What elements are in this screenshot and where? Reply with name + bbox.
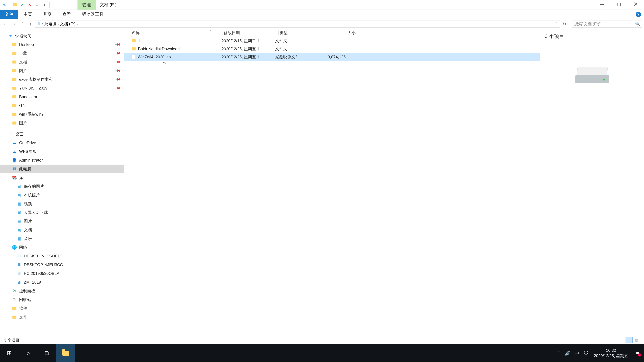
qat-folder-icon[interactable] (12, 1, 18, 8)
address-dropdown-icon[interactable]: ˅ (555, 22, 558, 26)
nav-library-item[interactable]: ▣ 文档 (0, 226, 124, 234)
folder-icon (12, 315, 17, 320)
taskbar-explorer-button[interactable] (56, 344, 75, 362)
column-type[interactable]: 类型 (280, 30, 323, 35)
nav-libraries[interactable]: 📚 库 (0, 173, 124, 182)
nav-library-item[interactable]: ▣ 本机照片 (0, 191, 124, 199)
nav-library-item[interactable]: ▣ 保存的图片 (0, 182, 124, 191)
nav-quick-item[interactable]: 文档 📌 (0, 58, 124, 66)
nav-quick-item[interactable]: Desktop 📌 (0, 40, 124, 49)
library-item-icon: ▣ (17, 193, 22, 197)
taskbar-search-button[interactable]: ⌕ (19, 344, 38, 362)
search-icon[interactable]: 🔍 (635, 22, 640, 26)
folder-icon (12, 306, 17, 311)
folder-icon (12, 103, 17, 108)
column-name[interactable]: 名称 ˄ (124, 30, 222, 35)
pc-icon: 🖥 (12, 167, 17, 171)
desktop-icon: 🖥 (8, 132, 13, 136)
file-type: 文件夹 (275, 38, 319, 43)
qat-app-icon[interactable]: ⟲ (1, 1, 8, 8)
pc-icon: 🖥 (17, 271, 22, 276)
tab-manage[interactable]: 管理 (78, 0, 96, 9)
nav-quick-item[interactable]: Bandicam (0, 92, 124, 101)
column-size[interactable]: 大小 (325, 30, 362, 35)
nav-quick-access[interactable]: ★ 快速访问 (0, 31, 124, 40)
tray-security-icon[interactable]: 🛡 (584, 351, 588, 356)
qat-close-icon[interactable]: ✕ (26, 1, 33, 8)
ribbon-drive-tools-tab[interactable]: 驱动器工具 (76, 10, 109, 19)
nav-quick-item[interactable]: 图片 📌 (0, 66, 124, 75)
nav-quick-item[interactable]: YUNQISHI2019 📌 (0, 84, 124, 92)
nav-label: 本机照片 (24, 192, 40, 198)
task-view-button[interactable]: ⧉ (38, 344, 56, 362)
nav-docs[interactable]: 文件 (0, 313, 124, 322)
navigation-pane[interactable]: ★ 快速访问 Desktop 📌 下载 📌 文档 📌 图片 📌 excel表格制… (0, 29, 124, 336)
ribbon-file-tab[interactable]: 文件 (0, 10, 18, 19)
file-row[interactable]: BaiduNetdiskDownload 2020/12/25, 星期五 1..… (124, 45, 540, 53)
help-icon[interactable]: ? (636, 12, 641, 17)
file-date: 2020/12/25, 星期五 1... (222, 46, 275, 52)
nav-software[interactable]: 软件 (0, 304, 124, 313)
nav-network[interactable]: 🌐 网络 (0, 243, 124, 252)
ribbon-view-tab[interactable]: 查看 (57, 10, 76, 19)
nav-up-button[interactable]: ↑ (27, 20, 34, 28)
tray-ime-indicator[interactable]: 中 (575, 350, 580, 356)
address-box[interactable]: 🖥 › 此电脑 › 文档 (E:) › ˅ (35, 20, 560, 28)
nav-quick-item[interactable]: G:\ (0, 101, 124, 110)
nav-network-item[interactable]: 🖥 PC-20190530OBLA (0, 269, 124, 278)
nav-library-item[interactable]: ▣ 图片 (0, 217, 124, 226)
file-date: 2020/12/25, 星期五 1... (222, 54, 275, 60)
nav-quick-item[interactable]: win7重装win7 (0, 110, 124, 119)
nav-network-item[interactable]: 🖥 DESKTOP-LSSOEDP (0, 252, 124, 260)
close-button[interactable]: ✕ (627, 0, 644, 8)
file-row[interactable]: 1 2020/12/15, 星期二 1... 文件夹 (124, 37, 540, 45)
tray-clock[interactable]: 16:32 2020/12/25, 星期五 (593, 348, 629, 359)
nav-library-item[interactable]: ▣ 音乐 (0, 234, 124, 243)
nav-quick-item[interactable]: 下载 📌 (0, 49, 124, 58)
ribbon-share-tab[interactable]: 共享 (38, 10, 57, 19)
refresh-button[interactable]: ↻ (561, 22, 568, 26)
nav-this-pc[interactable]: 🖥 此电脑 (0, 165, 124, 173)
qat-gear-icon[interactable]: ⚙ (34, 1, 40, 8)
column-date[interactable]: 修改日期 (224, 30, 278, 35)
nav-wps[interactable]: ☁ WPS网盘 (0, 147, 124, 156)
view-icons-button[interactable]: ▦ (633, 337, 640, 344)
view-details-button[interactable]: ☰ (626, 337, 632, 344)
file-name: Win7x64_2020.iso (138, 55, 171, 59)
qat-dropdown-icon[interactable]: ▾ (41, 1, 48, 8)
nav-administrator[interactable]: 👤 Administrator (0, 156, 124, 165)
pin-icon: 📌 (115, 85, 121, 91)
nav-quick-item[interactable]: excel表格制作求和 📌 (0, 75, 124, 84)
nav-network-item[interactable]: 🖥 ZMT2019 (0, 278, 124, 287)
nav-onedrive[interactable]: ☁ OneDrive (0, 138, 124, 147)
file-size: 3,874,126... (319, 55, 356, 59)
maximize-button[interactable]: ▢ (610, 0, 627, 8)
nav-back-button[interactable]: ← (2, 20, 9, 28)
crumb-docs-e[interactable]: 文档 (E:) (60, 21, 76, 27)
pin-icon: 📌 (115, 50, 121, 56)
search-box[interactable]: 搜索"文档 (E:)" 🔍 (572, 20, 642, 28)
action-center-button[interactable]: 💬 3 (634, 349, 642, 357)
nav-library-item[interactable]: ▣ 视频 (0, 199, 124, 208)
nav-forward-button[interactable]: → (10, 20, 18, 28)
qat-check-icon[interactable]: ✔ (19, 1, 26, 8)
nav-recent-dropdown[interactable]: ˅ (18, 20, 26, 28)
nav-desktop-group[interactable]: 🖥 桌面 (0, 130, 124, 138)
file-list-pane[interactable]: 名称 ˄ 修改日期 类型 大小 1 2020/12/15, 星期二 1... 文… (124, 29, 540, 336)
nav-library-item[interactable]: ▣ 天翼云盘下载 (0, 208, 124, 217)
tray-show-hidden-icon[interactable]: ˄ (558, 351, 560, 356)
nav-network-item[interactable]: 🖥 DESKTOP-NJEU3CG (0, 260, 124, 269)
preview-pane: 3 个项目 (540, 29, 644, 336)
crumb-this-pc[interactable]: 此电脑 (44, 21, 56, 27)
nav-recycle-bin[interactable]: 🗑 回收站 (0, 295, 124, 304)
nav-quick-item[interactable]: 图片 (0, 119, 124, 127)
start-button[interactable]: ⊞ (0, 344, 19, 362)
ribbon-home-tab[interactable]: 主页 (18, 10, 38, 19)
minimize-button[interactable]: — (594, 0, 610, 8)
tray-volume-icon[interactable]: 🔊 (564, 351, 570, 356)
nav-control-panel[interactable]: 🛠 控制面板 (0, 287, 124, 295)
ribbon-collapse-icon[interactable]: ˄ (630, 12, 632, 16)
pin-icon: 📌 (115, 41, 121, 48)
nav-label: win7重装win7 (19, 112, 44, 117)
file-row[interactable]: Win7x64_2020.iso 2020/12/25, 星期五 1... 光盘… (124, 53, 540, 61)
